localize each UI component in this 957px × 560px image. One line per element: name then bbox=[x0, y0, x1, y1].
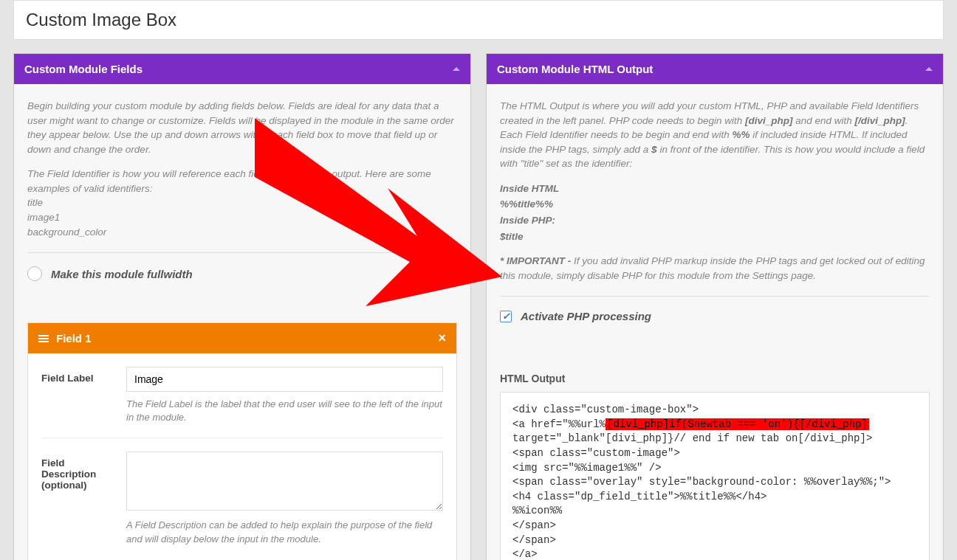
field-desc-input[interactable] bbox=[126, 452, 443, 511]
divider bbox=[27, 252, 457, 253]
activate-php-label: Activate PHP processing bbox=[521, 310, 651, 322]
field-desc-help: A Field Description can be added to help… bbox=[126, 519, 443, 545]
collapse-icon[interactable] bbox=[453, 67, 460, 71]
module-title-input[interactable]: Custom Image Box bbox=[13, 0, 944, 40]
fullwidth-label: Make this module fullwidth bbox=[51, 268, 193, 280]
divider bbox=[41, 438, 443, 438]
custom-module-fields-panel: Custom Module Fields Begin building your… bbox=[13, 53, 471, 560]
field-label-input[interactable] bbox=[126, 367, 443, 392]
panel-title: Custom Module Fields bbox=[24, 63, 143, 75]
html-output-textarea[interactable]: <div class="custom-image-box"> <a href="… bbox=[500, 392, 930, 560]
highlighted-code: [divi_php]if($newtab === 'on'){[/divi_ph… bbox=[606, 418, 869, 430]
panel-header-fields[interactable]: Custom Module Fields bbox=[14, 54, 470, 84]
field-card-1: Field 1 × Field Label The Field Label is… bbox=[27, 322, 457, 560]
field-label-label: Field Label bbox=[41, 367, 112, 424]
divider bbox=[500, 296, 930, 297]
panel-title: Custom Module HTML Output bbox=[497, 63, 653, 75]
close-icon[interactable]: × bbox=[438, 331, 446, 346]
panel-header-output[interactable]: Custom Module HTML Output bbox=[487, 54, 943, 84]
field-label-help: The Field Label is the label that the en… bbox=[126, 398, 443, 424]
custom-module-html-output-panel: Custom Module HTML Output The HTML Outpu… bbox=[486, 53, 944, 560]
collapse-icon[interactable] bbox=[925, 67, 933, 71]
field-desc-label: Field Description (optional) bbox=[41, 452, 112, 545]
output-intro: The HTML Output is where you will add yo… bbox=[500, 99, 930, 283]
drag-handle-icon[interactable] bbox=[38, 333, 49, 344]
field-card-header[interactable]: Field 1 × bbox=[28, 323, 456, 353]
fullwidth-toggle[interactable] bbox=[27, 266, 42, 281]
fields-intro: Begin building your custom module by add… bbox=[27, 99, 457, 239]
activate-php-checkbox[interactable]: ✓ bbox=[500, 311, 512, 322]
field-card-title: Field 1 bbox=[56, 332, 92, 345]
html-output-label: HTML Output bbox=[500, 373, 930, 384]
